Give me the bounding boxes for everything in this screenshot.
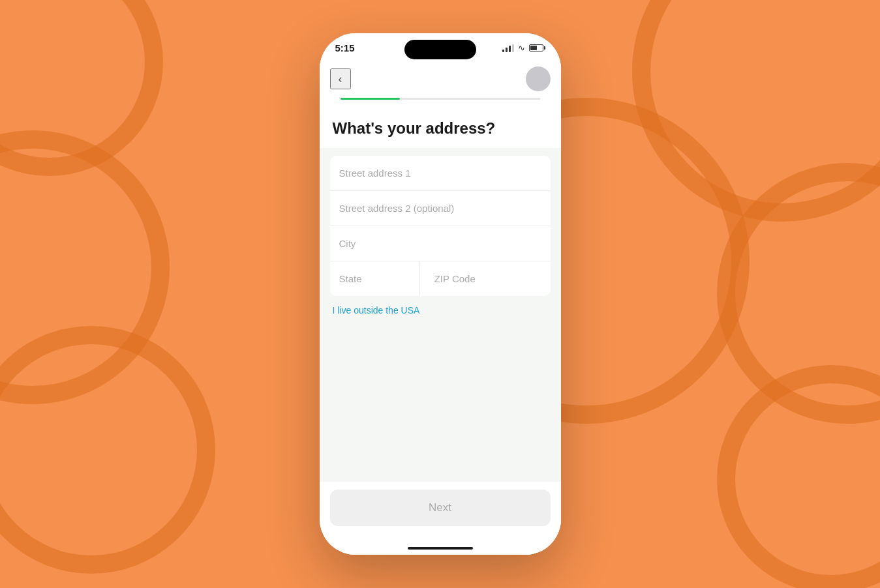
outside-usa-link[interactable]: I live outside the USA bbox=[330, 296, 551, 325]
ring-4 bbox=[632, 0, 880, 222]
page-title: What's your address? bbox=[320, 106, 561, 148]
next-button[interactable]: Next bbox=[330, 490, 551, 526]
home-bar bbox=[408, 547, 473, 550]
signal-icon bbox=[502, 44, 514, 52]
home-indicator bbox=[320, 542, 561, 555]
battery-icon bbox=[529, 44, 545, 51]
avatar[interactable] bbox=[526, 66, 551, 91]
phone-frame: 5:15 ∿ ‹ bbox=[320, 33, 561, 555]
next-button-area: Next bbox=[320, 482, 561, 542]
progress-track bbox=[341, 98, 540, 100]
app-content: ‹ What's your address? bbox=[320, 59, 561, 555]
street-address-1-input[interactable] bbox=[330, 156, 551, 191]
form-area: I live outside the USA bbox=[320, 148, 561, 482]
back-chevron-icon: ‹ bbox=[339, 72, 342, 86]
ring-3 bbox=[0, 326, 215, 574]
ring-5 bbox=[717, 163, 880, 424]
dynamic-island bbox=[404, 40, 476, 59]
fields-container: I live outside the USA bbox=[320, 148, 561, 482]
ring-1 bbox=[0, 0, 163, 176]
status-time: 5:15 bbox=[335, 42, 355, 53]
zip-code-input[interactable] bbox=[425, 261, 551, 296]
city-input[interactable] bbox=[330, 226, 551, 261]
progress-fill bbox=[341, 98, 401, 100]
nav-bar: ‹ bbox=[320, 59, 561, 98]
back-button[interactable]: ‹ bbox=[330, 68, 351, 89]
wifi-icon: ∿ bbox=[518, 43, 525, 53]
state-zip-row bbox=[330, 261, 551, 296]
status-icons: ∿ bbox=[502, 43, 545, 53]
street-address-2-input[interactable] bbox=[330, 191, 551, 226]
state-input[interactable] bbox=[330, 261, 420, 296]
address-fields-group bbox=[330, 156, 551, 296]
ring-6 bbox=[717, 365, 880, 588]
ring-2 bbox=[0, 130, 170, 404]
